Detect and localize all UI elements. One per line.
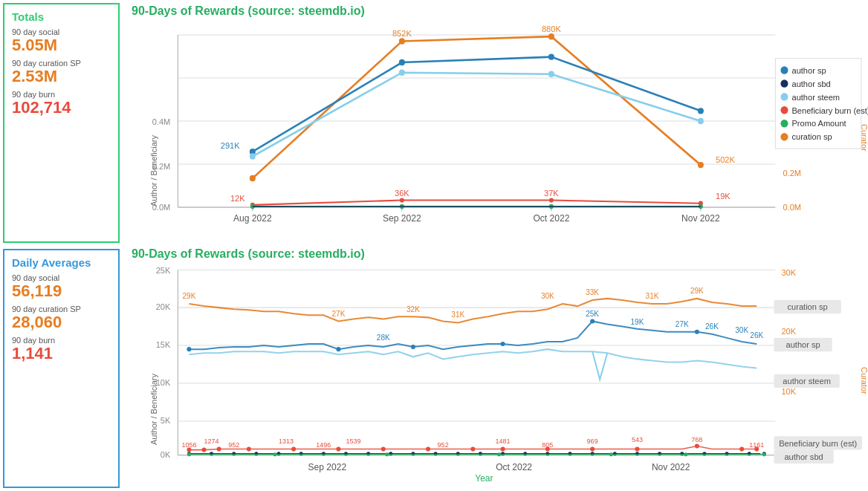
svg-text:author sp: author sp	[786, 340, 820, 349]
svg-text:30K: 30K	[541, 291, 554, 299]
svg-point-33	[698, 108, 704, 114]
svg-text:Nov 2022: Nov 2022	[652, 462, 690, 472]
svg-point-36	[399, 69, 405, 75]
svg-point-56	[780, 93, 788, 101]
svg-point-113	[381, 446, 386, 451]
svg-text:5K: 5K	[161, 415, 171, 424]
daily-burn-value: 1,141	[12, 345, 111, 362]
svg-text:0.0M: 0.0M	[152, 203, 171, 212]
svg-point-98	[590, 319, 595, 323]
svg-text:969: 969	[587, 438, 598, 445]
svg-text:1274: 1274	[204, 438, 219, 445]
svg-point-52	[780, 66, 788, 74]
svg-point-31	[399, 59, 405, 65]
svg-point-115	[470, 446, 475, 451]
svg-text:19K: 19K	[631, 317, 644, 325]
svg-point-118	[590, 446, 595, 451]
svg-text:19K: 19K	[716, 192, 731, 201]
svg-text:author steem: author steem	[783, 376, 830, 385]
bottom-chart-title: 90-Days of Rewards (source: steemdb.io)	[132, 247, 865, 261]
svg-point-164	[273, 452, 276, 456]
svg-point-165	[385, 452, 389, 456]
svg-point-37	[548, 71, 554, 77]
svg-text:26K: 26K	[750, 331, 763, 339]
svg-text:20K: 20K	[156, 302, 171, 311]
svg-point-108	[202, 447, 207, 452]
svg-text:Beneficiary burn (est): Beneficiary burn (est)	[779, 438, 857, 447]
svg-point-40	[400, 198, 404, 202]
bottom-chart-container: Author / Beneficiary Curator 0K 5K	[126, 262, 865, 486]
svg-text:author sbd: author sbd	[784, 452, 823, 461]
svg-point-168	[684, 452, 687, 456]
svg-text:291K: 291K	[221, 141, 240, 150]
svg-text:26K: 26K	[705, 322, 719, 330]
svg-point-60	[780, 120, 788, 128]
top-chart-title: 90-Days of Rewards (source: steemdb.io)	[132, 4, 865, 18]
svg-text:27K: 27K	[676, 319, 689, 328]
daily-heading: Daily Averages	[12, 256, 111, 269]
svg-text:author sp: author sp	[792, 66, 826, 75]
svg-point-24	[399, 38, 405, 44]
svg-point-54	[780, 79, 788, 88]
svg-text:curation sp: curation sp	[788, 302, 828, 311]
svg-text:1056: 1056	[181, 440, 196, 448]
svg-point-95	[336, 347, 340, 351]
svg-point-25	[548, 33, 554, 39]
svg-text:Sep 2022: Sep 2022	[308, 462, 347, 472]
svg-point-41	[549, 198, 554, 202]
svg-text:1161: 1161	[749, 440, 764, 448]
right-panel: 90-Days of Rewards (source: steemdb.io) …	[123, 0, 868, 491]
totals-social-value: 5.05M	[12, 36, 111, 54]
svg-point-167	[609, 452, 613, 456]
svg-text:880K: 880K	[542, 25, 561, 33]
top-chart-svg: 0.0M 0.2M 0.4M 0.0M 0.2M 0.4M 0.6M 0.8M …	[126, 19, 865, 243]
svg-text:0.4M: 0.4M	[152, 117, 171, 126]
svg-text:1481: 1481	[496, 438, 511, 445]
daily-box: Daily Averages 90 day social 56,119 90 d…	[3, 249, 120, 489]
svg-point-99	[695, 329, 699, 334]
svg-text:36K: 36K	[395, 189, 409, 198]
svg-point-23	[250, 175, 256, 181]
svg-text:15K: 15K	[156, 340, 171, 349]
svg-point-35	[250, 153, 256, 159]
svg-text:20K: 20K	[781, 326, 796, 335]
svg-text:31K: 31K	[451, 310, 464, 319]
svg-point-38	[698, 118, 704, 124]
svg-point-119	[635, 446, 639, 451]
svg-text:Oct 2022: Oct 2022	[496, 462, 532, 472]
svg-point-94	[187, 347, 191, 351]
svg-text:10K: 10K	[156, 377, 171, 386]
svg-text:27K: 27K	[332, 310, 346, 318]
svg-text:curation sp: curation sp	[792, 132, 832, 141]
svg-text:502K: 502K	[716, 155, 735, 164]
svg-point-121	[739, 446, 744, 451]
svg-text:Beneficiary burn (est): Beneficiary burn (est)	[792, 105, 868, 114]
svg-point-169	[762, 452, 766, 456]
svg-text:30K: 30K	[781, 268, 796, 277]
daily-social-value: 56,119	[12, 282, 111, 300]
svg-point-163	[187, 452, 191, 456]
svg-text:28K: 28K	[377, 333, 390, 341]
totals-box: Totals 90 day social 5.05M 90 day curati…	[3, 3, 120, 243]
svg-point-114	[426, 446, 430, 451]
svg-text:0.2M: 0.2M	[152, 162, 171, 171]
svg-text:Promo Amount: Promo Amount	[792, 119, 847, 128]
svg-point-62	[780, 133, 788, 141]
svg-point-96	[411, 345, 415, 349]
svg-text:768: 768	[691, 436, 702, 443]
svg-point-110	[247, 446, 251, 451]
top-chart-container: Author / Beneficiary Curator 0.0M 0.2M	[126, 19, 865, 243]
svg-text:25K: 25K	[156, 266, 171, 275]
svg-text:29K: 29K	[690, 286, 704, 294]
totals-heading: Totals	[12, 10, 111, 23]
svg-text:0.2M: 0.2M	[783, 169, 801, 178]
svg-text:Sep 2022: Sep 2022	[383, 213, 421, 224]
svg-text:Aug 2022: Aug 2022	[233, 213, 272, 224]
svg-text:852K: 852K	[392, 29, 412, 38]
svg-point-109	[217, 446, 221, 451]
svg-text:0K: 0K	[161, 449, 171, 458]
svg-point-112	[336, 446, 340, 451]
left-panel: Totals 90 day social 5.05M 90 day curati…	[0, 0, 123, 491]
totals-curation-value: 2.53M	[12, 68, 111, 85]
svg-point-32	[548, 53, 554, 59]
